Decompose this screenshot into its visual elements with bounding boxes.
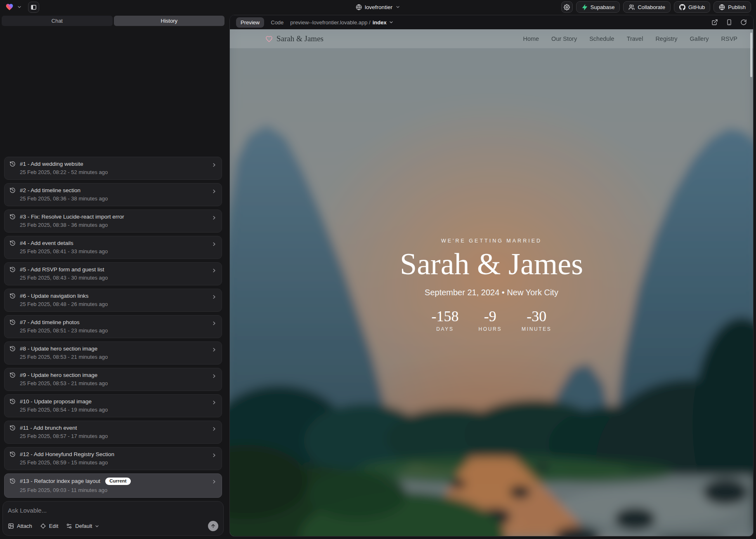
open-external-icon[interactable] bbox=[711, 19, 718, 26]
history-list: #1 - Add wedding website 25 Feb 2025, 08… bbox=[2, 26, 224, 498]
top-bar: lovefrontier Supabase Collaborate GitHub… bbox=[0, 0, 756, 14]
tab-preview[interactable]: Preview bbox=[236, 17, 264, 28]
history-item[interactable]: #7 - Add timeline photos 25 Feb 2025, 08… bbox=[4, 315, 222, 338]
current-badge: Current bbox=[105, 478, 131, 485]
history-item[interactable]: #2 - Add timeline section 25 Feb 2025, 0… bbox=[4, 183, 222, 206]
history-icon bbox=[9, 346, 16, 352]
nav-schedule[interactable]: Schedule bbox=[589, 35, 614, 42]
toggle-sidebar-button[interactable] bbox=[28, 2, 39, 13]
nav-home[interactable]: Home bbox=[523, 35, 539, 42]
mobile-view-icon[interactable] bbox=[726, 19, 732, 26]
globe-icon bbox=[719, 4, 725, 10]
history-icon bbox=[9, 161, 16, 167]
history-item[interactable]: #8 - Update hero section image 25 Feb 20… bbox=[4, 341, 222, 365]
nav-gallery[interactable]: Gallery bbox=[690, 35, 709, 42]
sidebar-tabs: Chat History bbox=[2, 16, 224, 26]
publish-button[interactable]: Publish bbox=[713, 1, 751, 13]
history-meta: 25 Feb 2025, 09:03 - 11 minutes ago bbox=[20, 487, 217, 493]
send-button[interactable] bbox=[208, 521, 218, 531]
project-switcher[interactable]: lovefrontier bbox=[356, 0, 400, 14]
nav-rsvp[interactable]: RSVP bbox=[721, 35, 738, 42]
nav-registry[interactable]: Registry bbox=[655, 35, 677, 42]
history-title: #8 - Update hero section image bbox=[20, 346, 97, 352]
history-meta: 25 Feb 2025, 08:38 - 36 minutes ago bbox=[20, 222, 217, 228]
supabase-icon bbox=[581, 4, 588, 10]
tab-chat[interactable]: Chat bbox=[2, 16, 113, 26]
history-title: #13 - Refactor index page layout bbox=[20, 478, 100, 484]
history-icon bbox=[9, 451, 16, 457]
history-icon bbox=[9, 319, 16, 325]
hero-eyebrow: WE'RE GETTING MARRIED bbox=[230, 238, 753, 244]
preview-scrollbar[interactable] bbox=[750, 33, 752, 77]
chat-composer: Ask Lovable... Attach Edit Default bbox=[2, 501, 224, 536]
chevron-right-icon bbox=[211, 268, 217, 273]
lovable-logo-icon[interactable] bbox=[5, 3, 14, 11]
history-title: #3 - Fix: Resolve Lucide-react import er… bbox=[20, 214, 124, 220]
supabase-button[interactable]: Supabase bbox=[576, 1, 620, 13]
chevron-down-icon bbox=[389, 20, 394, 25]
site-header: Sarah & James Home Our Story Schedule Tr… bbox=[230, 29, 753, 48]
tab-code[interactable]: Code bbox=[271, 19, 284, 26]
github-icon bbox=[679, 4, 685, 10]
history-item[interactable]: #12 - Add Honeyfund Registry Section 25 … bbox=[4, 447, 222, 470]
users-icon bbox=[628, 4, 635, 10]
chevron-right-icon bbox=[211, 479, 217, 485]
gear-icon bbox=[564, 4, 570, 10]
site-nav: Home Our Story Schedule Travel Registry … bbox=[523, 35, 737, 42]
preview-toolbar: Preview Code preview--lovefrontier.lovab… bbox=[230, 15, 753, 29]
history-item[interactable]: #5 - Add RSVP form and guest list 25 Feb… bbox=[4, 262, 222, 285]
chevron-down-icon[interactable] bbox=[17, 5, 22, 9]
tab-history[interactable]: History bbox=[114, 16, 225, 26]
chevron-right-icon bbox=[211, 241, 217, 247]
edit-select-button[interactable]: Edit bbox=[40, 523, 58, 529]
history-item[interactable]: #4 - Add event details 25 Feb 2025, 08:4… bbox=[4, 236, 222, 259]
history-title: #6 - Update navigation links bbox=[20, 293, 89, 299]
collaborate-button[interactable]: Collaborate bbox=[623, 1, 671, 13]
history-title: #10 - Update proposal image bbox=[20, 398, 92, 405]
history-item-current[interactable]: #13 - Refactor index page layoutCurrent … bbox=[4, 473, 222, 498]
history-icon bbox=[9, 240, 16, 246]
chevron-right-icon bbox=[211, 162, 217, 168]
chevron-down-icon bbox=[94, 524, 99, 529]
history-item[interactable]: #11 - Add brunch event 25 Feb 2025, 08:5… bbox=[4, 421, 222, 444]
history-item[interactable]: #10 - Update proposal image 25 Feb 2025,… bbox=[4, 394, 222, 417]
attach-button[interactable]: Attach bbox=[8, 523, 32, 529]
settings-button[interactable] bbox=[561, 1, 573, 13]
project-name: lovefrontier bbox=[365, 4, 392, 10]
composer-input[interactable]: Ask Lovable... bbox=[8, 507, 218, 514]
countdown: -158 DAYS -9 HOURS -30 MINUTES bbox=[230, 309, 753, 332]
history-title: #12 - Add Honeyfund Registry Section bbox=[20, 451, 114, 457]
history-meta: 25 Feb 2025, 08:48 - 26 minutes ago bbox=[20, 301, 217, 307]
history-item[interactable]: #1 - Add wedding website 25 Feb 2025, 08… bbox=[4, 157, 222, 180]
countdown-days: -158 DAYS bbox=[431, 309, 458, 332]
mode-select[interactable]: Default bbox=[66, 523, 99, 529]
history-title: #7 - Add timeline photos bbox=[20, 319, 80, 325]
site-preview: Sarah & James Home Our Story Schedule Tr… bbox=[230, 29, 753, 536]
history-title: #2 - Add timeline section bbox=[20, 187, 80, 193]
hero-title: Sarah & James bbox=[230, 247, 753, 281]
refresh-icon[interactable] bbox=[740, 19, 747, 26]
github-button[interactable]: GitHub bbox=[674, 1, 710, 13]
history-meta: 25 Feb 2025, 08:41 - 33 minutes ago bbox=[20, 248, 217, 254]
arrow-up-icon bbox=[210, 523, 216, 529]
history-item[interactable]: #6 - Update navigation links 25 Feb 2025… bbox=[4, 289, 222, 312]
chevron-right-icon bbox=[211, 188, 217, 194]
preview-url[interactable]: preview--lovefrontier.lovable.app / inde… bbox=[290, 19, 393, 26]
history-meta: 25 Feb 2025, 08:53 - 21 minutes ago bbox=[20, 380, 217, 386]
target-icon bbox=[40, 523, 46, 529]
history-icon bbox=[9, 425, 16, 431]
history-meta: 25 Feb 2025, 08:57 - 17 minutes ago bbox=[20, 433, 217, 439]
site-brand[interactable]: Sarah & James bbox=[265, 34, 324, 43]
history-meta: 25 Feb 2025, 08:36 - 38 minutes ago bbox=[20, 195, 217, 202]
preview-panel: Preview Code preview--lovefrontier.lovab… bbox=[229, 15, 754, 537]
chevron-right-icon bbox=[211, 400, 217, 405]
chevron-right-icon bbox=[211, 373, 217, 379]
history-title: #5 - Add RSVP form and guest list bbox=[20, 266, 104, 273]
nav-our-story[interactable]: Our Story bbox=[551, 35, 577, 42]
nav-travel[interactable]: Travel bbox=[627, 35, 643, 42]
history-item[interactable]: #9 - Update hero section image 25 Feb 20… bbox=[4, 368, 222, 391]
history-icon bbox=[9, 478, 16, 484]
history-item[interactable]: #3 - Fix: Resolve Lucide-react import er… bbox=[4, 209, 222, 233]
sliders-icon bbox=[66, 523, 72, 529]
history-title: #9 - Update hero section image bbox=[20, 372, 97, 378]
